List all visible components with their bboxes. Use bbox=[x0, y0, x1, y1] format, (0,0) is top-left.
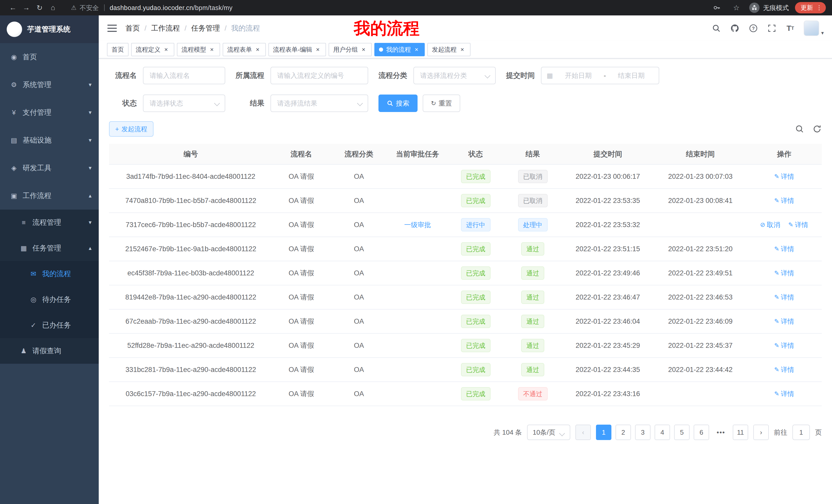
page-button[interactable]: 5 bbox=[674, 425, 690, 440]
detail-button[interactable]: ✎详情 bbox=[774, 245, 794, 254]
sidebar-item-process-management[interactable]: ≡ 流程管理 ▾ bbox=[0, 209, 99, 235]
sidebar-item-my-process[interactable]: ✉ 我的流程 bbox=[0, 261, 99, 287]
process-name-input[interactable] bbox=[143, 67, 225, 84]
page-button[interactable]: 3 bbox=[635, 425, 650, 440]
detail-button[interactable]: ✎详情 bbox=[774, 389, 794, 398]
sidebar-item-done-tasks[interactable]: ✓ 已办任务 bbox=[0, 312, 99, 338]
sidebar-item-workflow[interactable]: ▣ 工作流程 ▴ bbox=[0, 182, 99, 209]
tab[interactable]: 我的流程 × bbox=[374, 43, 425, 56]
status-select[interactable]: 请选择状态 bbox=[143, 94, 225, 112]
search-icon[interactable] bbox=[711, 23, 722, 33]
status-badge: 已完成 bbox=[461, 339, 491, 352]
close-icon[interactable]: × bbox=[162, 46, 170, 53]
detail-button[interactable]: ✎详情 bbox=[774, 269, 794, 278]
reset-button[interactable]: ↻ 重置 bbox=[423, 94, 460, 112]
sidebar-item-todo-tasks[interactable]: ◎ 待办任务 bbox=[0, 287, 99, 312]
next-page-button[interactable]: › bbox=[753, 425, 769, 440]
category-select[interactable]: 请选择流程分类 bbox=[413, 67, 496, 84]
tab[interactable]: 流程表单 × bbox=[223, 43, 266, 56]
refresh-icon: ↻ bbox=[431, 100, 436, 107]
sidebar-item-task-management[interactable]: ▦ 任务管理 ▴ bbox=[0, 235, 99, 261]
detail-button[interactable]: ✎详情 bbox=[774, 172, 794, 181]
detail-button[interactable]: ✎详情 bbox=[774, 196, 794, 205]
tab[interactable]: 用户分组 × bbox=[329, 43, 372, 56]
cell-end-time: 2022-01-22 23:45:37 bbox=[654, 333, 747, 358]
font-size-icon[interactable]: TT bbox=[785, 23, 796, 33]
update-button[interactable]: 更新 ⋮ bbox=[795, 2, 826, 13]
status-label: 状态 bbox=[109, 99, 143, 108]
page-button[interactable]: 11 bbox=[733, 425, 748, 440]
detail-button[interactable]: ✎详情 bbox=[788, 220, 808, 229]
reload-icon[interactable]: ↻ bbox=[33, 1, 46, 15]
sidebar-item-home[interactable]: ◉ 首页 bbox=[0, 43, 99, 71]
back-icon[interactable]: ← bbox=[6, 1, 20, 15]
column-header: 提交时间 bbox=[562, 144, 654, 164]
fullscreen-icon[interactable] bbox=[767, 23, 777, 33]
create-process-button[interactable]: + 发起流程 bbox=[109, 121, 154, 137]
breadcrumb-item[interactable]: 工作流程 bbox=[151, 23, 180, 33]
detail-button[interactable]: ✎详情 bbox=[774, 341, 794, 350]
sidebar-item-system[interactable]: ⚙ 系统管理 ▾ bbox=[0, 71, 99, 99]
tab[interactable]: 发起流程 × bbox=[427, 43, 470, 56]
filter-row-1: 流程名 所属流程 流程分类 请选择流程分类 提交时间 ▦ 开始日期 - 结束日期 bbox=[109, 67, 822, 84]
more-menu-icon[interactable]: ⋮ bbox=[816, 4, 823, 11]
table-body: 3ad174fb-7b9d-11ec-8404-acde48001122 OA … bbox=[109, 164, 822, 406]
bookmark-star-icon[interactable]: ☆ bbox=[730, 1, 743, 15]
user-menu[interactable]: ▾ bbox=[804, 21, 824, 36]
tab[interactable]: 流程表单-编辑 × bbox=[268, 43, 326, 56]
select-placeholder: 请选择状态 bbox=[150, 99, 183, 108]
sidebar-item-dev-tools[interactable]: ◈ 研发工具 ▾ bbox=[0, 154, 99, 182]
github-icon[interactable] bbox=[730, 23, 740, 33]
page-button[interactable]: 4 bbox=[655, 425, 670, 440]
process-def-input[interactable] bbox=[270, 67, 368, 84]
cell-result: 通过 bbox=[504, 261, 562, 285]
sidebar-item-leave-query[interactable]: ♟ 请假查询 bbox=[0, 338, 99, 364]
result-badge: 处理中 bbox=[518, 218, 548, 231]
security-label[interactable]: 不安全 bbox=[80, 4, 99, 12]
sidebar-item-infrastructure[interactable]: ▤ 基础设施 ▾ bbox=[0, 127, 99, 154]
browser-home-icon[interactable]: ⌂ bbox=[46, 1, 60, 15]
submit-time-range[interactable]: ▦ 开始日期 - 结束日期 bbox=[541, 67, 659, 84]
prev-page-button[interactable]: ‹ bbox=[575, 425, 591, 440]
hamburger-icon[interactable] bbox=[107, 23, 117, 33]
page-button[interactable]: 6 bbox=[694, 425, 709, 440]
logo[interactable]: 芋道管理系统 bbox=[0, 16, 99, 43]
goto-page-input[interactable] bbox=[792, 425, 810, 440]
detail-button[interactable]: ✎详情 bbox=[774, 365, 794, 374]
breadcrumb-item[interactable]: 首页 bbox=[126, 23, 140, 33]
cell-operations: ⊘取消 ✎详情 bbox=[747, 189, 822, 213]
page-size-select[interactable]: 10条/页 bbox=[527, 425, 570, 440]
toggle-search-icon[interactable] bbox=[795, 124, 804, 134]
address-bar[interactable]: ⚠ 不安全 dashboard.yudao.iocoder.cn/bpm/tas… bbox=[71, 4, 233, 12]
forward-icon[interactable]: → bbox=[20, 1, 33, 15]
task-link[interactable]: 一级审批 bbox=[404, 220, 431, 229]
page-button[interactable]: ••• bbox=[713, 425, 729, 440]
gear-icon: ⚙ bbox=[10, 81, 18, 89]
tab[interactable]: 流程定义 × bbox=[131, 43, 174, 56]
page-button[interactable]: 2 bbox=[616, 425, 631, 440]
list-icon: ≡ bbox=[20, 219, 28, 227]
key-icon[interactable] bbox=[710, 1, 724, 15]
page-button[interactable]: 1 bbox=[596, 425, 612, 440]
close-icon[interactable]: × bbox=[413, 46, 420, 53]
cancel-button[interactable]: ⊘取消 bbox=[760, 220, 780, 229]
detail-button[interactable]: ✎详情 bbox=[774, 317, 794, 326]
filter-row-2: 状态 请选择状态 结果 请选择流结果 搜索 ↻ 重置 bbox=[109, 94, 822, 112]
tab[interactable]: 首页 × bbox=[107, 43, 129, 56]
detail-button[interactable]: ✎详情 bbox=[774, 293, 794, 302]
status-badge: 已完成 bbox=[461, 387, 491, 400]
refresh-table-icon[interactable] bbox=[812, 124, 822, 134]
cell-status: 已完成 bbox=[447, 333, 504, 358]
result-select[interactable]: 请选择流结果 bbox=[270, 94, 368, 112]
breadcrumb-item[interactable]: 任务管理 bbox=[191, 23, 220, 33]
help-icon[interactable]: ? bbox=[748, 23, 758, 33]
tab[interactable]: 流程模型 × bbox=[177, 43, 220, 56]
close-icon[interactable]: × bbox=[208, 46, 215, 53]
sidebar-item-payment[interactable]: ¥ 支付管理 ▾ bbox=[0, 99, 99, 127]
close-icon[interactable]: × bbox=[360, 46, 367, 53]
close-icon[interactable]: × bbox=[459, 46, 466, 53]
url-text[interactable]: dashboard.yudao.iocoder.cn/bpm/task/my bbox=[110, 4, 233, 11]
close-icon[interactable]: × bbox=[314, 46, 321, 53]
search-button[interactable]: 搜索 bbox=[379, 94, 418, 112]
close-icon[interactable]: × bbox=[254, 46, 261, 53]
